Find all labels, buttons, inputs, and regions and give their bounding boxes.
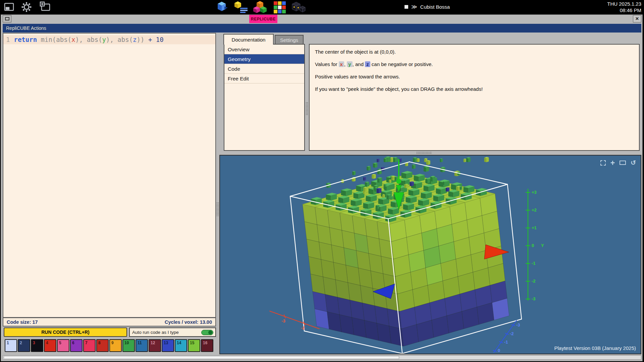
line-number: 1 <box>3 36 14 43</box>
move-icon[interactable]: + <box>610 160 615 166</box>
date-label: THU 2025.1.23 <box>607 1 641 7</box>
palette-swatch[interactable]: 4 <box>44 339 56 352</box>
3d-viewport[interactable]: + ↺ +3 +2 +1 0 -1 -2 -3 Y -3 -2 -3 -2 -1… <box>219 155 641 354</box>
svg-text:-2: -2 <box>532 279 536 284</box>
clock: THU 2025.1.23 08:46 PM <box>607 1 641 13</box>
svg-text:-1: -1 <box>532 261 536 266</box>
editor-statusbar: Code size: 17 Cycles / voxel: 13.00 <box>3 318 216 326</box>
music-skip-icon[interactable]: ≫ <box>411 3 417 10</box>
palette-swatch[interactable]: 5 <box>57 339 69 352</box>
x-chip: x <box>339 61 344 67</box>
voxel-scene[interactable]: +3 +2 +1 0 -1 -2 -3 Y -3 -2 -3 -2 -1 0 <box>220 156 641 354</box>
music-stop-icon[interactable] <box>405 5 408 9</box>
palette-swatch[interactable]: 6 <box>70 339 83 352</box>
palette-swatch[interactable]: 10 <box>122 339 135 352</box>
palette-swatch[interactable]: 16 <box>201 339 213 352</box>
code-token: x <box>71 36 75 43</box>
music-track-label: Cubist Bossa <box>420 4 450 10</box>
code-token: y <box>102 36 106 43</box>
top-menu-bar: ≫ Cubist Bossa THU 2025.1.23 08:46 PM <box>0 0 644 14</box>
horizontal-scrollbar[interactable] <box>3 355 641 360</box>
window-titlebar[interactable]: RepliCUBE Actions <box>3 24 641 33</box>
replicube-window: REPLICUBE × RepliCUBE Actions 1return mi… <box>1 14 643 361</box>
display-icon[interactable] <box>3 1 15 13</box>
scrollbar-thumb[interactable] <box>4 356 399 359</box>
app-icon-replicube[interactable] <box>252 0 268 14</box>
code-token: return <box>14 36 37 43</box>
window-tab-icon <box>3 15 11 22</box>
doc-nav-code[interactable]: Code <box>224 64 304 74</box>
svg-text:-3: -3 <box>281 318 285 323</box>
palette-swatch[interactable]: 15 <box>188 339 200 352</box>
autorun-checkbox[interactable]: Auto run code as I type <box>129 327 216 337</box>
autorun-label: Auto run code as I type <box>132 330 179 335</box>
code-size-label: Code size: 17 <box>7 319 38 325</box>
doc-paragraph: Positive values are toward the arrows. <box>315 73 634 80</box>
version-label: Playtest Version 03B (January 2025) <box>554 345 636 351</box>
svg-text:-3: -3 <box>532 296 536 301</box>
doc-nav-geometry[interactable]: Geometry <box>224 54 304 64</box>
close-button[interactable]: × <box>633 15 641 22</box>
svg-text:-2: -2 <box>301 325 305 330</box>
color-palette: 1 2 3 4 5 6 7 8 9 10 11 12 13 14 15 16 <box>3 338 216 353</box>
palette-swatch[interactable]: 2 <box>18 339 30 352</box>
palette-swatch[interactable]: 13 <box>162 339 174 352</box>
reset-view-icon[interactable]: ↺ <box>631 159 636 167</box>
doc-content: The center of the object is at (0,0,0). … <box>309 44 640 151</box>
vertical-splitter[interactable] <box>216 33 219 353</box>
doc-paragraph: Values for x, y, and z can be negative o… <box>315 61 634 68</box>
code-token: min(abs( <box>37 36 71 43</box>
tab-settings[interactable]: Settings <box>275 35 304 45</box>
cycles-label: Cycles / voxel: 13.00 <box>165 319 212 325</box>
code-token: + 10 <box>148 36 164 43</box>
run-code-button[interactable]: RUN CODE (CTRL+R) <box>4 327 127 337</box>
doc-splitter[interactable] <box>305 44 309 151</box>
splitter-grip[interactable] <box>306 102 308 115</box>
palette-swatch[interactable]: 8 <box>96 339 109 352</box>
code-token: )) <box>137 36 148 43</box>
autorun-toggle[interactable] <box>201 330 213 335</box>
gear-icon[interactable] <box>20 1 33 13</box>
svg-text:-2: -2 <box>510 331 514 336</box>
palette-swatch[interactable]: 9 <box>109 339 122 352</box>
doc-nav-free-edit[interactable]: Free Edit <box>224 74 304 83</box>
palette-swatch[interactable]: 1 <box>5 339 17 352</box>
app-icon-palette-grid[interactable] <box>272 0 287 14</box>
code-token: ), abs( <box>106 36 133 43</box>
doc-nav-list: Overview Geometry Code Free Edit <box>224 44 305 151</box>
svg-text:+2: +2 <box>532 207 537 213</box>
doc-paragraph: The center of the object is at (0,0,0). <box>315 49 634 55</box>
splitter-grip[interactable] <box>416 152 432 154</box>
svg-text:0: 0 <box>532 243 534 248</box>
y-chip: y <box>347 61 352 67</box>
code-token: ), abs( <box>75 36 102 43</box>
palette-swatch[interactable]: 12 <box>149 339 161 352</box>
z-chip: z <box>365 61 370 67</box>
palette-swatch[interactable]: 11 <box>136 339 148 352</box>
svg-text:-3: -3 <box>516 322 520 327</box>
viewport-toolbar: + ↺ <box>600 159 636 167</box>
frame-icon[interactable] <box>620 161 626 165</box>
doc-paragraph: If you want to "peek inside" the object,… <box>315 86 634 93</box>
code-line: 1return min(abs(x), abs(y), abs(z)) + 10 <box>3 36 164 43</box>
palette-swatch[interactable]: 7 <box>83 339 96 352</box>
app-icon-blue-bird[interactable] <box>214 0 229 14</box>
palette-swatch[interactable]: 3 <box>31 339 43 352</box>
svg-text:+1: +1 <box>532 225 537 230</box>
svg-text:0: 0 <box>498 348 500 353</box>
replicube-taskbar-label[interactable]: REPLICUBE <box>249 15 277 23</box>
palette-swatch[interactable]: 14 <box>175 339 187 352</box>
app-icon-notes[interactable] <box>233 0 249 14</box>
doc-nav-overview[interactable]: Overview <box>224 45 304 54</box>
svg-text:+3: +3 <box>532 190 537 195</box>
y-axis-name: Y <box>541 243 544 248</box>
tab-documentation[interactable]: Documentation <box>223 34 274 45</box>
time-label: 08:46 PM <box>607 7 641 13</box>
selection-box-icon[interactable] <box>600 160 606 166</box>
svg-text:-1: -1 <box>504 340 508 345</box>
new-window-icon[interactable] <box>39 1 52 13</box>
horizontal-splitter[interactable] <box>219 151 641 155</box>
code-editor[interactable]: 1return min(abs(x), abs(y), abs(z)) + 10 <box>3 33 216 318</box>
splitter-grip[interactable] <box>216 202 219 216</box>
app-icon-dark-cubes[interactable] <box>290 0 306 14</box>
